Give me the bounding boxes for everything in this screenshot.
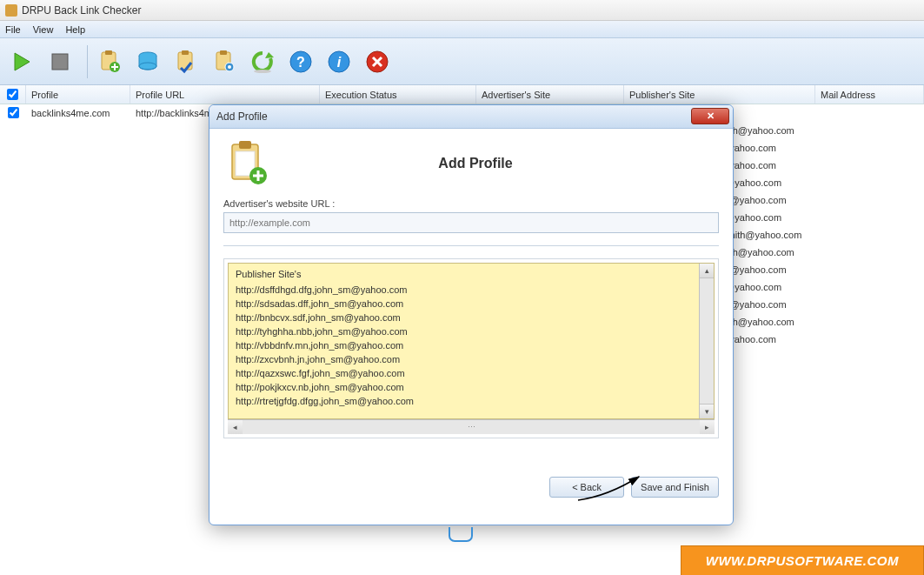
list-item[interactable]: http://pokjkxcv.nb,john_sm@yahoo.com (236, 380, 707, 394)
list-header: Publisher Site's (236, 269, 707, 279)
list-item[interactable]: http://zxcvbnh.jn,john_sm@yahoo.com (236, 352, 707, 366)
svg-text:i: i (337, 55, 342, 70)
toolbar: ? i (0, 38, 924, 85)
grid-header-mail[interactable]: Mail Address (815, 85, 924, 104)
scroll-right-icon[interactable]: ▸ (700, 420, 715, 434)
close-icon[interactable]: ✕ (691, 108, 729, 124)
play-icon[interactable] (5, 45, 38, 78)
svg-point-14 (254, 70, 271, 73)
clipboard-check-icon[interactable] (170, 45, 203, 78)
list-item[interactable]: http://rtretjgfdg.dfgg,john_sm@yahoo.com (236, 394, 707, 408)
svg-rect-1 (52, 54, 68, 70)
svg-marker-0 (15, 53, 30, 70)
footer-link[interactable]: WWW.DRPUSOFTWARE.COM (681, 545, 924, 575)
grid-header-exec-status[interactable]: Execution Status (320, 85, 476, 104)
list-item[interactable]: http://sdsadas.dff,john_sm@yahoo.com (236, 297, 707, 311)
list-item[interactable]: http://vbbdnfv.mn,john_sm@yahoo.com (236, 338, 707, 352)
window-title: DRPU Back Link Checker (22, 4, 141, 17)
menu-help[interactable]: Help (65, 24, 85, 35)
publisher-list[interactable]: Publisher Site's http://dsffdhgd.dfg,joh… (228, 263, 715, 419)
svg-text:?: ? (296, 55, 305, 70)
help-icon[interactable]: ? (284, 45, 317, 78)
svg-rect-3 (105, 50, 112, 55)
svg-rect-10 (220, 50, 227, 55)
advertiser-url-input[interactable] (223, 212, 719, 233)
row-profile: backlinks4me.com (26, 106, 130, 120)
menu-file[interactable]: File (5, 24, 21, 35)
dialog-heading: Add Profile (284, 156, 719, 171)
stop-icon[interactable] (43, 45, 76, 78)
vertical-scrollbar[interactable]: ▴ ▾ (699, 264, 714, 418)
scroll-left-icon[interactable]: ◂ (228, 420, 243, 434)
url-label: Advertiser's website URL : (223, 198, 719, 209)
clipboard-add-icon[interactable] (93, 45, 126, 78)
scroll-up-icon[interactable]: ▴ (700, 264, 714, 278)
divider (223, 245, 719, 246)
cancel-icon[interactable] (361, 45, 394, 78)
add-profile-dialog: Add Profile ✕ Add Profile Advertiser's w… (209, 104, 734, 525)
scroll-down-icon[interactable]: ▾ (700, 404, 714, 418)
header-checkbox[interactable] (7, 89, 18, 100)
toolbar-separator (87, 45, 88, 78)
info-icon[interactable]: i (322, 45, 356, 78)
publisher-list-wrap: Publisher Site's http://dsffdhgd.dfg,joh… (223, 258, 719, 438)
grid-header-adv-site[interactable]: Advertiser's Site (476, 85, 624, 104)
database-icon[interactable] (131, 45, 164, 78)
menubar: File View Help (0, 21, 924, 38)
annotation-arrow (574, 470, 652, 505)
refresh-icon[interactable] (246, 45, 279, 78)
grid-header-profile-url[interactable]: Profile URL (130, 85, 320, 104)
app-icon (5, 4, 17, 17)
menu-view[interactable]: View (33, 24, 54, 35)
window-titlebar: DRPU Back Link Checker (0, 0, 924, 21)
footer: WWW.DRPUSOFTWARE.COM (0, 545, 924, 575)
grid-header: Profile Profile URL Execution Status Adv… (0, 85, 924, 104)
list-item[interactable]: http://qazxswc.fgf,john_sm@yahoo.com (236, 366, 707, 380)
clipboard-gear-icon[interactable] (208, 45, 241, 78)
grid-header-checkbox[interactable] (0, 85, 26, 104)
grid-header-profile[interactable]: Profile (26, 85, 130, 104)
list-item[interactable]: http://dsffdhgd.dfg,john_sm@yahoo.com (236, 283, 707, 297)
svg-point-12 (228, 65, 231, 69)
horizontal-scrollbar[interactable]: ◂ ⋯ ▸ (228, 419, 715, 434)
clipboard-add-icon (223, 139, 272, 188)
row-checkbox[interactable] (8, 107, 19, 118)
list-item[interactable]: http://tyhghha.nbb,john_sm@yahoo.com (236, 324, 707, 338)
list-item[interactable]: http://bnbcvx.sdf,john_sm@yahoo.com (236, 311, 707, 324)
scroll-grip[interactable]: ⋯ (243, 420, 700, 434)
svg-rect-8 (182, 50, 189, 55)
grid-header-pub-site[interactable]: Publisher's Site (624, 85, 815, 104)
connector-icon (448, 525, 474, 546)
dialog-titlebar[interactable]: Add Profile ✕ (209, 105, 733, 129)
dialog-title: Add Profile (216, 110, 268, 123)
svg-marker-13 (265, 52, 274, 58)
svg-rect-21 (239, 141, 251, 149)
